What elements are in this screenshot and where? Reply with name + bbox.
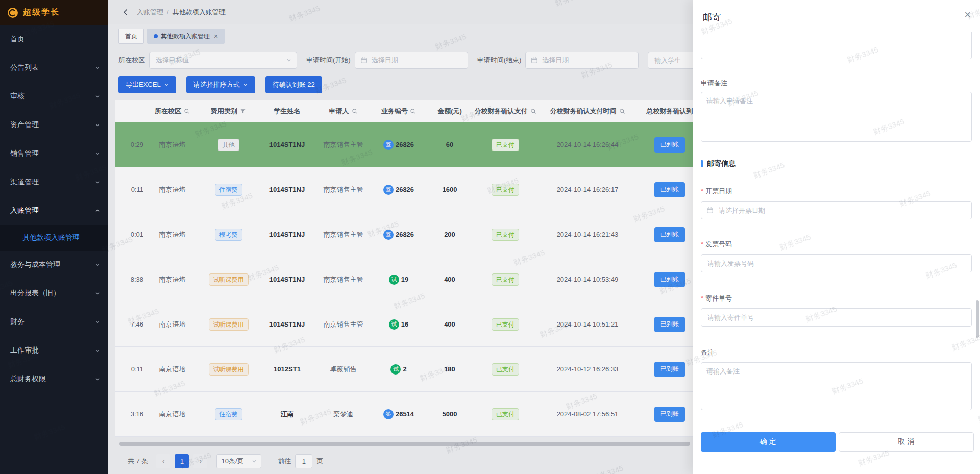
sidebar-item-finance-authority[interactable]: 总财务权限 [0,365,108,393]
required-mark: * [701,187,703,195]
sidebar-item-announcements[interactable]: 公告列表 [0,54,108,82]
required-mark: * [701,240,703,248]
sidebar-item-label: 教务与成本管理 [10,260,60,269]
chevron-down-icon [95,348,100,353]
chevron-down-icon [95,94,100,99]
invoice-no-input[interactable] [706,259,966,268]
invoice-date-label-text: 开票日期 [705,187,732,195]
sidebar: 超级学长 首页 公告列表 审核 资产管理 销售管理 渠道管理 入账管理 其他款项… [0,0,108,474]
drawer-title: 邮寄 [703,11,721,23]
sidebar-item-audit[interactable]: 审核 [0,82,108,111]
sidebar-item-label: 资产管理 [10,120,39,130]
chevron-down-icon [95,151,100,156]
chevron-down-icon [95,65,100,70]
sidebar-item-label: 首页 [10,35,24,44]
sidebar-item-channel[interactable]: 渠道管理 [0,168,108,196]
remark-textarea[interactable] [701,362,972,410]
app-logo-icon [7,7,18,18]
sidebar-subitem-label: 其他款项入账管理 [22,233,80,242]
confirm-button[interactable]: 确 定 [701,432,836,452]
tracking-no-label: *寄件单号 [701,294,972,303]
apply-note-textarea[interactable] [701,92,972,142]
cancel-button[interactable]: 取 消 [839,432,974,452]
chevron-up-icon [95,208,100,213]
sidebar-item-sales[interactable]: 销售管理 [0,139,108,168]
invoice-date-label: *开票日期 [701,187,972,196]
chevron-down-icon [95,319,100,325]
sidebar-item-label: 审核 [10,92,24,101]
drawer-scrollbar-thumb[interactable] [976,300,979,338]
sidebar-item-score-report[interactable]: 出分报表（旧） [0,279,108,308]
remark-label: 备注 [701,348,972,357]
sidebar-subitem-other-income[interactable]: 其他款项入账管理 [0,225,108,251]
invoice-no-label-text: 发票号码 [705,240,732,248]
mail-drawer: 邮寄 × 申请备注 邮寄信息 *开票日期 *发票号码 *寄件单号 备注 确 定 … [693,0,980,474]
sidebar-item-income[interactable]: 入账管理 [0,196,108,225]
chevron-down-icon [95,180,100,185]
invoice-no-label: *发票号码 [701,240,972,249]
drawer-partial-textarea[interactable] [701,32,972,59]
invoice-date-picker[interactable] [701,201,972,219]
calendar-icon [706,207,714,214]
sidebar-item-label: 工作审批 [10,346,39,355]
drawer-footer: 确 定 取 消 [701,432,974,452]
chevron-down-icon [95,122,100,128]
tracking-no-field[interactable] [701,308,972,327]
sidebar-item-label: 财务 [10,317,24,327]
drawer-body: 申请备注 邮寄信息 *开票日期 *发票号码 *寄件单号 备注 [693,32,980,425]
chevron-down-icon [95,262,100,267]
sidebar-item-work-approval[interactable]: 工作审批 [0,336,108,365]
sidebar-item-home[interactable]: 首页 [0,25,108,54]
required-mark: * [701,294,703,302]
chevron-down-icon [95,291,100,296]
invoice-date-input[interactable] [718,206,966,215]
sidebar-item-label: 销售管理 [10,149,39,158]
sidebar-item-label: 出分报表（旧） [10,289,60,298]
sidebar-item-label: 总财务权限 [10,375,46,384]
sidebar-item-academic-cost[interactable]: 教务与成本管理 [0,251,108,279]
app-logo[interactable]: 超级学长 [0,0,108,25]
app-logo-text: 超级学长 [23,7,60,18]
chevron-down-icon [95,377,100,382]
close-icon[interactable]: × [964,9,971,20]
tracking-no-label-text: 寄件单号 [705,294,732,302]
sidebar-item-label: 渠道管理 [10,178,39,187]
sidebar-item-label: 公告列表 [10,63,39,72]
apply-note-label: 申请备注 [701,79,972,88]
sidebar-item-finance[interactable]: 财务 [0,308,108,336]
tracking-no-input[interactable] [706,313,966,322]
sidebar-item-label: 入账管理 [10,206,39,215]
invoice-no-field[interactable] [701,254,972,272]
mail-info-section-title: 邮寄信息 [701,159,972,168]
sidebar-item-assets[interactable]: 资产管理 [0,111,108,139]
sidebar-menu: 首页 公告列表 审核 资产管理 销售管理 渠道管理 入账管理 其他款项入账管理 … [0,25,108,393]
